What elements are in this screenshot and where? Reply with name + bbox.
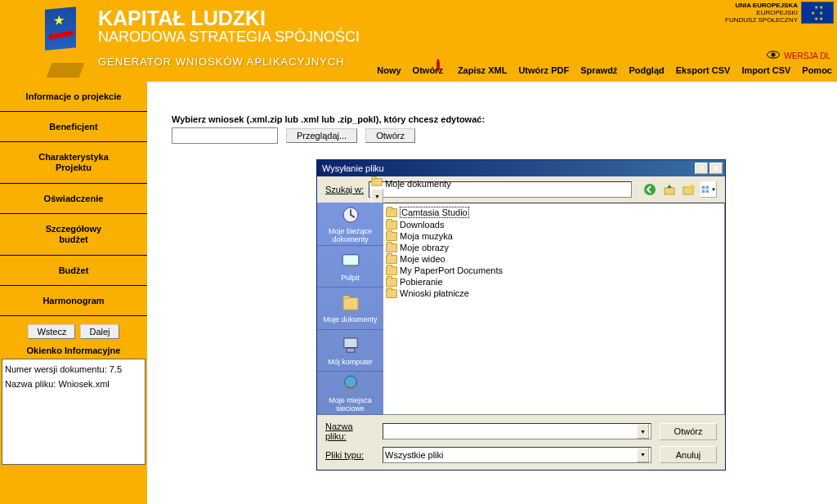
svg-rect-9 (706, 185, 709, 188)
dialog-open-button[interactable]: Otwórz (660, 423, 717, 440)
dialog-cancel-button[interactable]: Anuluj (660, 446, 717, 463)
svg-rect-11 (706, 190, 709, 192)
svg-rect-17 (343, 338, 356, 347)
list-item[interactable]: Camtasia Studio (386, 206, 722, 219)
svg-rect-10 (702, 190, 705, 192)
file-dialog: Wysyłanie pliku ? X Szukaj w: Moje dokum… (316, 159, 726, 471)
sidebar-item-informacje[interactable]: Informacje o projekcie (0, 82, 147, 112)
nav-utworz[interactable]: Utwórz PDF (518, 65, 569, 75)
svg-rect-16 (343, 297, 349, 299)
places-bar: Moje bieżące dokumenty Pulpit Moje dokum… (317, 203, 383, 415)
up-icon[interactable] (661, 181, 678, 198)
nav-sprawdz[interactable]: Sprawdź (580, 65, 617, 75)
svg-point-7 (690, 185, 695, 190)
nav-podglad[interactable]: Podgląd (629, 65, 664, 75)
views-icon[interactable]: ▼ (700, 181, 717, 198)
nav-otworz[interactable]: Otwórz (413, 65, 446, 75)
folder-icon (386, 232, 397, 241)
list-item[interactable]: Wnioski płatnicze (386, 288, 722, 299)
place-mycomp[interactable]: Mój komputer (317, 330, 383, 372)
dialog-title: Wysyłanie pliku (322, 163, 384, 173)
sidebar-item-beneficjent[interactable]: Beneficjent (0, 112, 147, 142)
dialog-bottom: Nazwa pliku: ▼ Otwórz Pliki typu: Wszyst… (317, 415, 725, 470)
filetype-combo[interactable]: Wszystkie pliki ▼ (383, 447, 651, 463)
nav-import[interactable]: Import CSV (741, 65, 790, 75)
svg-rect-14 (347, 265, 355, 267)
back-icon[interactable] (642, 181, 658, 198)
filename-label: Nazwa pliku: (325, 421, 374, 441)
folder-icon (386, 289, 397, 298)
dialog-titlebar[interactable]: Wysyłanie pliku ? X (317, 160, 725, 176)
list-item[interactable]: Moje wideo (386, 253, 722, 265)
info-title: Okienko Informacyjne (0, 344, 147, 359)
place-mydocs[interactable]: Moje dokumenty (317, 288, 383, 329)
header: ★ KAPITAŁ LUDZKI NARODOWA STRATEGIA SPÓJ… (0, 0, 837, 82)
filename-combo[interactable]: ▼ (383, 423, 651, 439)
version-link[interactable]: WERSJA DL (766, 51, 830, 60)
sidebar-item-charakterystyka[interactable]: CharakterystykaProjektu (0, 142, 147, 184)
svg-point-1 (772, 53, 776, 57)
folder-icon (386, 278, 397, 287)
lookin-label: Szukaj w: (325, 185, 364, 194)
list-item[interactable]: Downloads (386, 219, 722, 230)
logo: ★ (45, 8, 90, 74)
sidebar-item-budzet[interactable]: Budżet (0, 256, 147, 286)
dialog-close-button[interactable]: X (709, 163, 723, 174)
folder-icon (386, 221, 397, 230)
list-item[interactable]: Pobieranie (386, 276, 722, 288)
eu-flag-icon: ★ ★★ ★★ ★ (801, 2, 834, 24)
lookin-combo[interactable]: Moje dokumenty ▼ (369, 181, 632, 198)
header-right: UNIA EUROPEJSKA EUROPEJSKI FUNDUSZ SPOŁE… (722, 0, 837, 25)
svg-rect-15 (343, 298, 358, 310)
eu-line2: EUROPEJSKI (725, 9, 798, 16)
file-list[interactable]: Camtasia Studio Downloads Moja muzyka Mo… (383, 203, 725, 415)
folder-icon (386, 243, 397, 252)
eu-line1: UNIA EUROPEJSKA (725, 2, 798, 9)
dalej-button[interactable]: Dalej (80, 324, 119, 339)
svg-point-19 (344, 376, 356, 388)
dropdown-icon[interactable]: ▼ (637, 448, 649, 462)
browse-button[interactable]: Przeglądaj... (286, 128, 357, 143)
open-button[interactable]: Otwórz (365, 128, 415, 143)
dialog-toolbar: Szukaj w: Moje dokumenty ▼ ▼ (317, 176, 725, 203)
list-item[interactable]: My PaperPort Documents (386, 265, 722, 276)
new-folder-icon[interactable] (681, 181, 697, 198)
list-item[interactable]: Moja muzyka (386, 230, 722, 242)
place-desktop[interactable]: Pulpit (317, 246, 383, 288)
svg-rect-5 (665, 188, 674, 194)
folder-icon (386, 255, 397, 264)
lookin-value: Moje dokumenty (385, 179, 451, 189)
dialog-help-button[interactable]: ? (695, 163, 708, 174)
nav-nowy[interactable]: Nowy (377, 65, 401, 75)
svg-rect-18 (347, 348, 355, 352)
lookin-dropdown-icon[interactable]: ▼ (371, 189, 383, 203)
filetype-label: Pliki typu: (325, 450, 374, 460)
eu-block: UNIA EUROPEJSKA EUROPEJSKI FUNDUSZ SPOŁE… (722, 0, 837, 25)
top-nav: Nowy Otwórz Zapisz XML Utwórz PDF Sprawd… (377, 65, 832, 75)
sidebar: Informacje o projekcie Beneficjent Chara… (0, 82, 147, 504)
nav-zapisz[interactable]: Zapisz XML (458, 65, 508, 75)
dropdown-icon[interactable]: ▼ (637, 424, 649, 439)
list-item[interactable]: Moje obrazy (386, 242, 722, 253)
prompt-text: Wybierz wniosek (.xml.zip lub .xml lub .… (172, 114, 829, 124)
svg-rect-20 (345, 388, 356, 390)
place-recent[interactable]: Moje bieżące dokumenty (317, 203, 383, 246)
info-line1: Numer wersji dokumentu: 7.5 (5, 362, 142, 377)
app-subtitle: NARODOWA STRATEGIA SPÓJNOŚCI (98, 29, 837, 46)
svg-rect-13 (342, 255, 359, 265)
info-box: Numer wersji dokumentu: 7.5 Nazwa pliku:… (2, 359, 145, 465)
place-network[interactable]: Moje miejsca sieciowe (317, 372, 383, 415)
info-line2: Nazwa pliku: Wniosek.xml (5, 377, 142, 391)
folder-icon (386, 208, 397, 217)
nav-pomoc[interactable]: Pomoc (802, 65, 832, 75)
folder-icon (386, 266, 397, 275)
eye-icon (766, 51, 781, 60)
file-path-input[interactable] (172, 127, 278, 144)
wstecz-button[interactable]: Wstecz (28, 324, 75, 339)
sidebar-item-harmonogram[interactable]: Harmonogram (0, 286, 147, 316)
svg-rect-3 (372, 177, 376, 180)
nav-eksport[interactable]: Eksport CSV (676, 65, 731, 75)
sidebar-item-szczegolowy[interactable]: Szczegółowybudżet (0, 214, 147, 256)
sidebar-item-oswiadczenie[interactable]: Oświadczenie (0, 184, 147, 214)
eu-line3: FUNDUSZ SPOŁECZNY (725, 16, 798, 24)
